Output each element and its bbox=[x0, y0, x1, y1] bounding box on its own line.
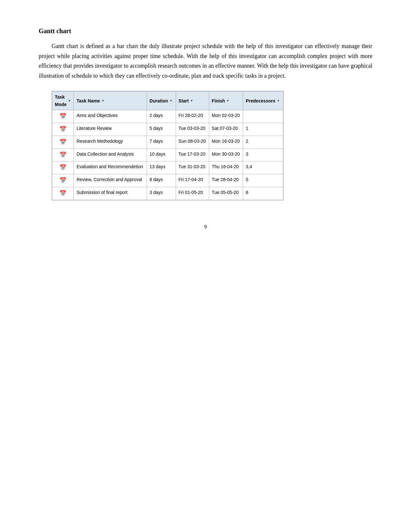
predecessors-cell: 2 bbox=[243, 136, 283, 149]
task-mode-cell: 📅 bbox=[52, 174, 74, 187]
task-mode-icon: 📅 bbox=[59, 113, 66, 120]
finish-cell: Tue 28-04-20 bbox=[209, 174, 243, 187]
task-mode-cell: 📅 bbox=[52, 187, 74, 200]
table-row: 📅Evaluation and Recommendetion13 daysTue… bbox=[52, 161, 283, 174]
task-mode-icon: 📅 bbox=[59, 139, 66, 145]
task-name-cell: Review, Correction and Approval bbox=[74, 174, 147, 187]
task-name-cell: Aims and Objectives bbox=[74, 110, 147, 123]
task-mode-cell: 📅 bbox=[52, 123, 74, 136]
table-row: 📅Literature Review5 daysTue 03-03-20Sat … bbox=[52, 123, 283, 136]
table-row: 📅Research Methodology7 daysSun 08-03-20M… bbox=[52, 136, 283, 149]
table-header-row: TaskMode ▼ Task Name ▼ Duration ▼ bbox=[52, 92, 283, 110]
task-mode-dropdown-icon[interactable]: ▼ bbox=[68, 98, 71, 103]
start-cell: Fri 28-02-20 bbox=[176, 110, 209, 123]
task-mode-icon: 📅 bbox=[59, 164, 66, 171]
table-row: 📅Aims and Objectives2 daysFri 28-02-20Mo… bbox=[52, 110, 283, 123]
start-cell: Fri 17-04-20 bbox=[176, 174, 209, 187]
predecessors-cell: 5 bbox=[243, 174, 283, 187]
finish-cell: Tue 05-05-20 bbox=[209, 187, 243, 200]
finish-cell: Mon 30-03-20 bbox=[209, 149, 243, 161]
col-header-task-name: Task Name ▼ bbox=[74, 92, 147, 110]
duration-cell: 7 days bbox=[147, 136, 176, 149]
finish-cell: Mon 02-03-20 bbox=[209, 110, 243, 123]
task-name-cell: Evaluation and Recommendetion bbox=[74, 161, 147, 174]
predecessors-cell: 3,4 bbox=[243, 161, 283, 174]
gantt-table: TaskMode ▼ Task Name ▼ Duration ▼ bbox=[52, 91, 283, 200]
finish-cell: Mon 16-03-20 bbox=[209, 136, 243, 149]
task-mode-cell: 📅 bbox=[52, 110, 74, 123]
duration-cell: 2 days bbox=[147, 110, 176, 123]
col-header-duration: Duration ▼ bbox=[147, 92, 176, 110]
gantt-table-container: TaskMode ▼ Task Name ▼ Duration ▼ bbox=[52, 91, 284, 200]
task-name-dropdown-icon[interactable]: ▼ bbox=[101, 98, 104, 103]
col-header-predecessors: Predecessors ▼ bbox=[243, 92, 283, 110]
start-dropdown-icon[interactable]: ▼ bbox=[190, 98, 193, 103]
finish-dropdown-icon[interactable]: ▼ bbox=[226, 98, 230, 103]
duration-cell: 10 days bbox=[147, 149, 176, 161]
task-name-cell: Literature Review bbox=[74, 123, 147, 136]
task-name-cell: Research Methodology bbox=[74, 136, 147, 149]
table-row: 📅Data Collection and Analysis10 daysTue … bbox=[52, 149, 283, 161]
predecessors-cell: 1 bbox=[243, 123, 283, 136]
duration-cell: 13 days bbox=[147, 161, 176, 174]
col-header-start: Start ▼ bbox=[176, 92, 209, 110]
duration-cell: 8 days bbox=[147, 174, 176, 187]
col-header-finish: Finish ▼ bbox=[209, 92, 243, 110]
duration-dropdown-icon[interactable]: ▼ bbox=[169, 98, 172, 103]
finish-cell: Thu 16-04-20 bbox=[209, 161, 243, 174]
predecessors-cell: 6 bbox=[243, 187, 283, 200]
task-mode-icon: 📅 bbox=[59, 152, 66, 158]
body-paragraph: Gantt chart is defined as a bar chart th… bbox=[39, 41, 372, 81]
task-name-cell: Submission of final report bbox=[74, 187, 147, 200]
start-cell: Tue 31-03-20 bbox=[176, 161, 209, 174]
task-mode-icon: 📅 bbox=[59, 177, 66, 184]
section-title: Gantt chart bbox=[39, 26, 372, 36]
predecessors-cell: 3 bbox=[243, 149, 283, 161]
task-mode-cell: 📅 bbox=[52, 136, 74, 149]
predecessors-dropdown-icon[interactable]: ▼ bbox=[277, 98, 280, 103]
duration-cell: 5 days bbox=[147, 123, 176, 136]
task-name-cell: Data Collection and Analysis bbox=[74, 149, 147, 161]
finish-cell: Sat 07-03-20 bbox=[209, 123, 243, 136]
start-cell: Tue 17-03-20 bbox=[176, 149, 209, 161]
task-mode-icon: 📅 bbox=[59, 190, 66, 197]
start-cell: Tue 03-03-20 bbox=[176, 123, 209, 136]
task-mode-icon: 📅 bbox=[59, 126, 66, 132]
start-cell: Fri 01-05-20 bbox=[176, 187, 209, 200]
table-row: 📅Submission of final report3 daysFri 01-… bbox=[52, 187, 283, 200]
table-row: 📅Review, Correction and Approval8 daysFr… bbox=[52, 174, 283, 187]
task-mode-cell: 📅 bbox=[52, 149, 74, 161]
page-number: 9 bbox=[39, 223, 372, 231]
predecessors-cell bbox=[243, 110, 283, 123]
duration-cell: 3 days bbox=[147, 187, 176, 200]
task-mode-cell: 📅 bbox=[52, 161, 74, 174]
col-header-task-mode: TaskMode ▼ bbox=[52, 92, 74, 110]
start-cell: Sun 08-03-20 bbox=[176, 136, 209, 149]
